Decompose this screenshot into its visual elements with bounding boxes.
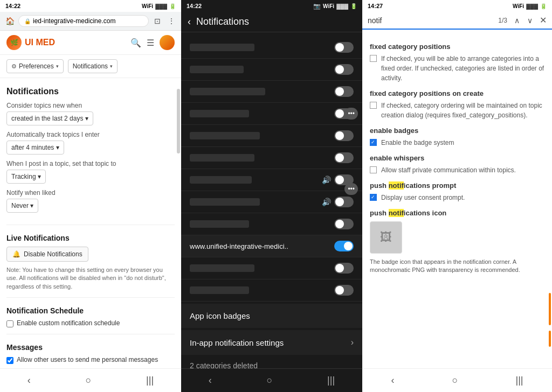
time-1: 14:22 <box>5 3 20 9</box>
panel-middle: 14:22 📷 WiFi ▓▓▓ 🔋 ‹ Notifications <box>181 0 362 392</box>
home-button-2[interactable]: ○ <box>267 375 273 386</box>
enable-whispers-desc: Allow staff private communication within… <box>370 165 544 175</box>
post-topic-select[interactable]: Tracking ▾ <box>6 170 46 184</box>
notif-toggle-3[interactable] <box>334 86 354 97</box>
enable-whispers-checkbox[interactable] <box>370 166 377 173</box>
recents-button-3[interactable]: ||| <box>515 375 523 386</box>
preferences-dropdown[interactable]: ⚙ Preferences ▾ <box>6 59 64 73</box>
auto-track-label: Automatically track topics I enter <box>6 131 175 138</box>
volume-icon-1: 🔊 <box>322 176 331 184</box>
fixed-cat-pos-checkbox[interactable] <box>370 55 377 62</box>
find-down-arrow[interactable]: ∨ <box>525 16 535 25</box>
url-bar[interactable]: 🔒 ied-integrative-medicine.com <box>18 15 149 27</box>
messages-heading: Messages <box>6 343 175 352</box>
wifi-icon-3: WiFi <box>513 3 524 9</box>
find-input[interactable] <box>368 16 494 25</box>
notif-toggle-10[interactable] <box>334 263 354 274</box>
push-notif-prompt-highlight: notif <box>389 181 404 190</box>
notif-row-7-label <box>190 176 252 184</box>
notifications-list: 🔊 🔊 www.unified-integrative-medici.. <box>181 32 362 368</box>
find-up-arrow[interactable]: ∧ <box>512 16 522 25</box>
notif-row-7: 🔊 <box>181 169 362 191</box>
notif-toggle-11[interactable] <box>334 285 354 296</box>
logo-text: UI MED <box>25 38 55 47</box>
consider-select[interactable]: created in the last 2 days ▾ <box>6 111 93 125</box>
auto-track-value: after 4 minutes ▾ <box>11 144 59 151</box>
back-arrow-2[interactable]: ‹ <box>188 16 191 27</box>
recents-button-1[interactable]: ||| <box>146 375 154 386</box>
wifi-icon-1: WiFi <box>142 3 153 9</box>
fixed-cat-pos-title: fixed category positions <box>370 43 544 51</box>
notif-row-8-right: 🔊 <box>322 197 354 207</box>
home-button-1[interactable]: ○ <box>86 375 92 386</box>
bottom-nav-3: ‹ ○ ||| <box>362 368 552 392</box>
time-2: 14:22 <box>187 3 202 9</box>
post-topic-value: Tracking ▾ <box>11 173 41 180</box>
preferences-label: Preferences <box>19 62 54 70</box>
allow-messages-checkbox[interactable] <box>6 357 13 364</box>
notif-toggle-8[interactable] <box>334 197 354 207</box>
notif-toggle-5[interactable] <box>334 130 354 141</box>
find-count: 1/3 <box>498 17 507 24</box>
search-icon-header[interactable]: 🔍 <box>130 38 141 48</box>
custom-schedule-checkbox[interactable] <box>6 320 13 327</box>
notif-row-6 <box>181 147 362 169</box>
find-bar: 1/3 ∧ ∨ ✕ <box>362 12 552 30</box>
push-notif-icon-highlight: notif <box>389 209 404 217</box>
scrollbar-3-track-2 <box>549 331 551 347</box>
enable-badges-checkbox[interactable] <box>370 139 377 146</box>
app-icon-badges-label: App icon badges <box>190 311 250 320</box>
unified-toggle[interactable] <box>334 241 354 251</box>
notif-toggle-2[interactable] <box>334 64 354 75</box>
post-topic-label: When I post in a topic, set that topic t… <box>6 160 175 167</box>
push-notif-prompt-checkbox[interactable] <box>370 194 377 201</box>
bottom-nav-2: ‹ ○ ||| <box>181 368 362 392</box>
notifications-dropdown[interactable]: Notifications ▾ <box>68 59 118 73</box>
notif-schedule-heading: Notification Schedule <box>6 306 175 315</box>
fixed-cat-create-checkbox[interactable] <box>370 102 377 109</box>
more-icon-1[interactable]: ••• <box>344 108 358 120</box>
notify-liked-select[interactable]: Never ▾ <box>6 199 38 213</box>
tabs-icon[interactable]: ⊡ <box>152 16 163 26</box>
home-browser-icon[interactable]: 🏠 <box>4 16 15 26</box>
more-browser-icon[interactable]: ⋮ <box>166 16 177 26</box>
notif-row-9-label <box>190 220 249 228</box>
status-icons-2: 📷 WiFi ▓▓▓ 🔋 <box>313 3 357 10</box>
disable-notif-label: Disable Notifications <box>24 250 82 258</box>
battery-icon-2: 🔋 <box>350 3 357 9</box>
scrollbar-1[interactable] <box>177 89 180 153</box>
bottom-nav-1: ‹ ○ ||| <box>0 368 181 392</box>
badge-icon-container: 🖼 <box>370 221 402 254</box>
notifications-title-2: Notifications <box>196 16 249 27</box>
notif-toggle-9[interactable] <box>334 219 354 229</box>
push-notif-prompt-desc: Display user consent prompt. <box>370 193 544 202</box>
notif-toggle-1[interactable] <box>334 42 354 53</box>
home-button-3[interactable]: ○ <box>452 375 458 386</box>
live-notifications-heading: Live Notifications <box>6 234 175 242</box>
more-icon-2[interactable]: ••• <box>344 183 358 195</box>
menu-icon-header[interactable]: ☰ <box>147 38 154 48</box>
avatar-header[interactable] <box>160 35 175 50</box>
notif-row-1 <box>181 37 362 59</box>
notif-row-5 <box>181 125 362 147</box>
auto-track-select[interactable]: after 4 minutes ▾ <box>6 141 64 155</box>
in-app-settings-row[interactable]: In-app notification settings › <box>181 330 362 355</box>
find-close-button[interactable]: ✕ <box>540 15 547 25</box>
battery-icon-1: 🔋 <box>169 3 176 9</box>
gear-icon: ⚙ <box>11 63 17 70</box>
back-button-3[interactable]: ‹ <box>391 375 395 386</box>
back-button-1[interactable]: ‹ <box>27 375 31 386</box>
enable-whispers-title: enable whispers <box>370 154 544 162</box>
push-notif-icon-title: push notifications icon <box>370 209 544 217</box>
disable-notifications-button[interactable]: 🔔 Disable Notifications <box>6 247 88 262</box>
time-3: 14:27 <box>368 3 383 9</box>
status-icons-3: WiFi ▓▓▓ 🔋 <box>513 3 547 9</box>
notif-row-1-label <box>190 44 254 51</box>
custom-schedule-label: Enable custom notification schedule <box>17 319 120 327</box>
notif-row-10-label <box>190 264 254 272</box>
recents-button-2[interactable]: ||| <box>327 375 335 386</box>
chevron-right-icon: › <box>351 338 354 347</box>
back-button-2[interactable]: ‹ <box>209 375 212 386</box>
panel-right: 14:27 WiFi ▓▓▓ 🔋 1/3 ∧ ∨ ✕ fixed categor… <box>362 0 552 392</box>
notif-toggle-6[interactable] <box>334 152 354 163</box>
